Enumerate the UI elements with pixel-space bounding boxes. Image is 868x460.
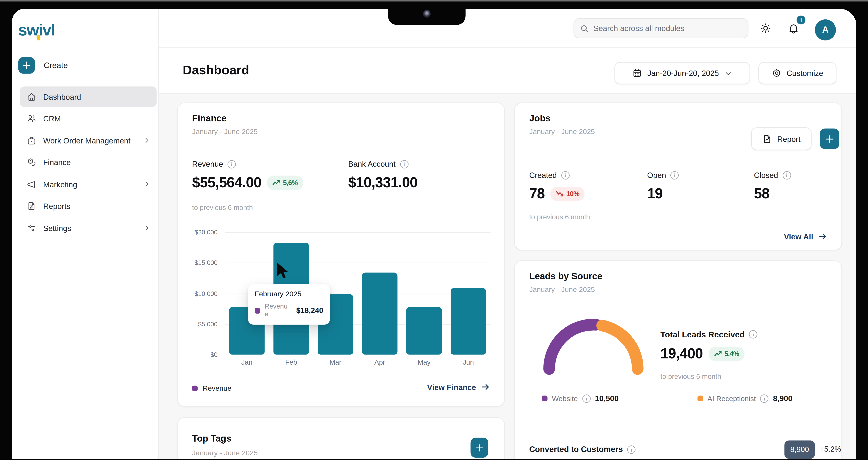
create-button[interactable]: Create [18,57,68,74]
add-job-button[interactable] [820,128,839,149]
app-window: swivl Create Dashboard [12,9,857,459]
created-change: 10% [566,190,579,198]
revenue-legend: Revenue [192,384,231,392]
view-finance-link[interactable]: View Finance [427,382,490,392]
finance-card: Finance January - June 2025 Revenue i $5… [177,103,505,407]
total-leads-change: 5.4% [724,350,739,357]
created-stat-label: Created i [529,171,569,179]
sidebar-item-reports[interactable]: Reports [20,196,157,217]
search-icon [580,24,589,33]
plus-icon[interactable] [18,57,35,74]
plus-icon [475,443,484,452]
bank-label: Bank Account [348,160,396,168]
x-axis-tick-label: Apr [358,358,402,366]
ai-receptionist-label: AI Receptionist [708,394,756,403]
sidebar-item-label: Marketing [43,180,136,189]
tags-card-subtitle: January - June 2025 [192,449,258,457]
bell-icon [787,23,799,34]
avatar[interactable]: A [815,20,836,40]
leads-gauge-chart[interactable] [537,314,650,378]
revenue-change: 5,6% [283,179,298,186]
info-icon[interactable]: i [582,394,590,403]
info-icon[interactable]: i [782,171,791,179]
chart-tooltip: February 2025 Revenue $18,240 [248,284,330,324]
total-leads-label-row: Total Leads Received i [660,329,757,339]
revenue-change-pill: 5,6% [267,175,303,190]
website-value: 10,500 [595,394,619,403]
source-legend-ai-receptionist: AI Receptionist i 8,900 [698,394,792,403]
sidebar-item-dashboard[interactable]: Dashboard [20,86,157,107]
add-tag-button[interactable] [471,438,488,458]
y-axis-tick-label: $20,000 [178,229,218,235]
info-icon[interactable]: i [671,171,679,179]
tooltip-series-label: Revenue [265,303,288,318]
info-icon[interactable]: i [227,160,236,168]
mouse-cursor [276,263,291,279]
search-input[interactable] [593,24,742,33]
info-icon[interactable]: i [760,394,769,403]
sidebar-item-label: Reports [43,202,151,210]
sidebar-item-work-order-management[interactable]: Work Order Management [20,130,157,151]
sidebar-item-settings[interactable]: Settings [20,218,157,238]
created-change-pill: 10% [550,186,585,201]
report-doc-icon [27,201,37,211]
global-search[interactable] [574,18,748,38]
top-tags-card: Top Tags January - June 2025 [177,417,505,459]
revenue-stat-value: $55,564.00 5,6% [192,174,303,191]
sidebar-item-label: CRM [43,114,151,123]
revenue-legend-swatch [192,385,198,391]
total-leads-value: 19,400 [660,345,703,363]
jobs-card-subtitle: January - June 2025 [529,127,595,136]
sidebar-nav: Dashboard CRM Work Order Management [20,86,157,240]
y-axis-tick-label: $0 [178,351,218,358]
page-title: Dashboard [183,62,249,78]
created-value: 78 [529,185,545,202]
revenue-stat-label: Revenue i [192,160,236,168]
dashboard-content: Finance January - June 2025 Revenue i $5… [159,93,857,459]
x-axis-tick-label: Mar [313,358,358,366]
jobs-card-title: Jobs [529,113,551,124]
revenue-label: Revenue [192,160,223,168]
home-icon [27,92,37,102]
closed-label: Closed [754,171,778,179]
leads-by-source-card: Leads by Source January - June 2025 Tota… [514,260,842,459]
total-leads-change-pill: 5.4% [708,347,744,361]
theme-toggle-button[interactable] [756,18,776,38]
sidebar-item-finance[interactable]: Finance [20,152,157,173]
trend-down-icon [556,191,563,197]
total-leads-label: Total Leads Received [660,329,745,339]
trend-up-icon [273,179,280,185]
date-range-picker[interactable]: Jan-20-Jun-20, 2025 [614,62,750,84]
info-icon[interactable]: i [561,171,569,179]
gauge-arc-website[interactable] [549,324,596,369]
x-axis-tick-label: Feb [269,358,313,366]
sliders-icon [27,223,37,233]
open-value: 19 [647,185,662,202]
revenue-bar[interactable] [406,307,442,354]
laptop-screen: swivl Create Dashboard [0,0,868,460]
info-icon[interactable]: i [627,445,636,453]
customize-label: Customize [786,69,823,78]
info-icon[interactable]: i [749,330,757,338]
notification-count-badge: 1 [797,16,805,24]
chevron-right-icon [143,180,151,188]
jobs-card: Jobs January - June 2025 Report Created … [514,103,842,251]
converted-label-row: Converted to Customers i [529,445,636,454]
chevron-right-icon [143,224,151,232]
view-all-link[interactable]: View All [784,232,827,241]
sidebar-item-marketing[interactable]: Marketing [20,174,157,194]
webcam [423,10,431,18]
info-icon[interactable]: i [400,160,408,168]
bank-stat-value: $10,331.00 [348,174,417,191]
leads-card-divider [529,433,828,433]
revenue-bar[interactable] [451,288,486,355]
gear-icon [772,68,782,78]
report-label: Report [777,135,800,143]
gauge-arc-ai-receptionist[interactable] [602,325,638,369]
revenue-bar[interactable] [362,272,398,354]
customize-button[interactable]: Customize [758,62,836,84]
chevron-down-icon [724,69,732,77]
sidebar-item-crm[interactable]: CRM [20,108,157,129]
sun-icon [760,23,771,34]
report-button[interactable]: Report [751,127,811,150]
